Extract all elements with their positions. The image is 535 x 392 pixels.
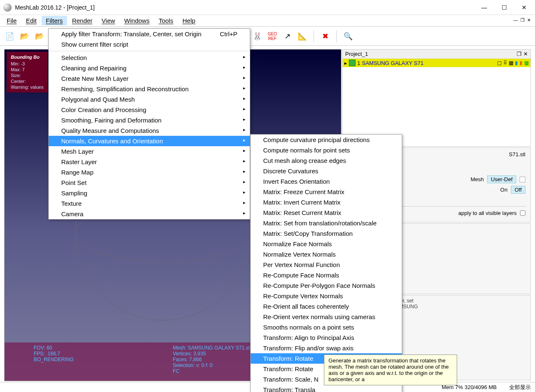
layer-wire-icon[interactable]: ▦ <box>509 60 513 66</box>
normals-submenu-item[interactable]: Re-Compute Per-Polygon Face Normals <box>251 280 402 291</box>
mdi-controls: — ❐ ✕ <box>513 17 531 23</box>
mesh-shading-color-swatch[interactable] <box>520 177 525 182</box>
georef-icon[interactable]: GEOREF <box>267 31 278 42</box>
filters-submenu-item[interactable]: Remeshing, Simplification and Reconstruc… <box>49 84 250 94</box>
normals-submenu-item[interactable]: Compute normals for point sets <box>251 145 402 155</box>
normals-submenu-item[interactable]: Cut mesh along crease edges <box>251 155 402 166</box>
measure-icon[interactable]: 📐 <box>297 31 308 42</box>
close-button[interactable]: ✕ <box>517 4 532 11</box>
titlebar: MeshLab 2016.12 - [Project_1] — ☐ ✕ <box>0 0 535 15</box>
normals-submenu-item[interactable]: Invert Faces Orientation <box>251 176 402 187</box>
window-title: MeshLab 2016.12 - [Project_1] <box>15 4 477 11</box>
filters-submenu-item[interactable]: Create New Mesh Layer <box>49 73 250 84</box>
app-logo-icon <box>3 3 12 12</box>
bbox-line: Max: 7 <box>11 67 43 72</box>
filters-submenu-item[interactable]: Color Creation and Processing <box>49 105 250 115</box>
filters-menu-dropdown: Apply filter Transform: Translate, Cente… <box>48 28 250 220</box>
backface-on-label: On <box>500 187 508 193</box>
panel-undock-icon[interactable]: ❐ <box>517 51 522 57</box>
normals-submenu-item[interactable]: Per Vertex Normal Function <box>251 260 402 270</box>
bbox-line: Warning: values <box>11 84 43 90</box>
menu-render[interactable]: Render <box>68 16 97 25</box>
mdi-minimize-button[interactable]: — <box>513 17 518 23</box>
search-icon[interactable]: 🔍 <box>343 31 353 42</box>
normals-submenu-item[interactable]: Matrix: Set/Copy Transformation <box>251 228 402 239</box>
normals-submenu-item[interactable]: Smooths normals on a point sets <box>251 322 402 332</box>
normals-submenu-item[interactable]: Re-Orient all faces coherentely <box>251 301 402 312</box>
menu-file[interactable]: File <box>2 16 21 25</box>
normals-submenu-item[interactable]: Matrix: Freeze Current Matrix <box>251 187 402 197</box>
filters-submenu-item[interactable]: Cleaning and Repairing <box>49 63 250 73</box>
layer-points-icon[interactable]: ⠿ <box>503 60 507 66</box>
layer-fill-icon[interactable]: ▮ <box>515 60 518 66</box>
open-folder-icon[interactable]: 📂 <box>19 31 30 42</box>
vp-stats-left: FOV: 60 FPS: 166.7 BO_RENDERING <box>34 345 173 374</box>
bbox-title: Bounding Bo <box>11 54 43 60</box>
filters-menu-item[interactable]: Show current filter script <box>49 39 250 50</box>
tooltip: Generate a matrix transformation that ro… <box>324 355 457 385</box>
filters-submenu-item[interactable]: Texture <box>49 198 250 209</box>
layer-texture-icon[interactable]: ▦ <box>524 60 529 66</box>
filters-submenu-item[interactable]: Selection <box>49 52 250 63</box>
filters-menu-item[interactable]: Apply filter Transform: Translate, Cente… <box>49 29 250 39</box>
filters-submenu-item[interactable]: Raster Layer <box>49 157 250 167</box>
filters-submenu-item[interactable]: Camera <box>49 209 250 219</box>
layer-name: SAMSUNG GALAXY S71 <box>362 60 423 66</box>
arrow-cursor-icon[interactable]: ↗ <box>282 31 293 42</box>
normals-submenu-item[interactable]: Discrete Curvatures <box>251 166 402 176</box>
normals-submenu-item[interactable]: Compute curvature principal directions <box>251 135 402 145</box>
bunny-icon[interactable]: 🐰 <box>252 31 263 42</box>
menu-help[interactable]: Help <box>178 16 199 25</box>
minimize-button[interactable]: — <box>477 4 492 11</box>
layer-row[interactable]: ▸ 1 SAMSUNG GALAXY S71 ▢ ⠿ ▦ ▮ ▮ ▦ <box>343 59 530 67</box>
normals-submenu-item[interactable]: Re-Compute Vertex Normals <box>251 291 402 301</box>
menu-windows[interactable]: Windows <box>120 16 154 25</box>
filters-submenu-item[interactable]: Point Set <box>49 177 250 188</box>
menu-view[interactable]: View <box>97 16 119 25</box>
maximize-button[interactable]: ☐ <box>497 4 512 11</box>
layer-box-icon[interactable]: ▢ <box>497 60 502 66</box>
normals-submenu-item[interactable]: Matrix: Reset Current Matrix <box>251 207 402 218</box>
reload-icon[interactable]: 📂 <box>34 31 45 42</box>
normals-submenu-item[interactable]: Transform: Align to Principal Axis <box>251 332 402 343</box>
normals-submenu-item[interactable]: Normalize Face Normals <box>251 239 402 249</box>
mdi-close-button[interactable]: ✕ <box>527 17 531 23</box>
filters-submenu-item[interactable]: Smoothing, Fairing and Deformation <box>49 115 250 125</box>
layer-panel: Project_1 ❐ ✕ ▸ 1 SAMSUNG GALAXY S71 ▢ ⠿… <box>342 49 531 147</box>
normals-submenu-item[interactable]: Normalize Vertex Normals <box>251 249 402 260</box>
filters-submenu-item[interactable]: Sampling <box>49 188 250 198</box>
new-file-icon[interactable]: 📄 <box>4 31 15 42</box>
status-extra: 全部显示 <box>509 384 531 391</box>
mesh-shading-value[interactable]: User-Def <box>487 175 516 183</box>
visibility-icon[interactable] <box>349 60 356 66</box>
filters-submenu-item[interactable]: Polygonal and Quad Mesh <box>49 94 250 105</box>
filters-submenu-item[interactable]: Quality Measure and Computations <box>49 125 250 136</box>
menu-filters[interactable]: Filters <box>42 16 67 25</box>
bbox-line: Center: <box>11 78 43 84</box>
normals-submenu-item[interactable]: Transform: Transla <box>251 385 402 392</box>
bounding-box-overlay: Bounding Bo Min: -3Max: 7Size:Center:War… <box>7 52 47 92</box>
delete-filter-icon[interactable]: ✖ <box>320 31 331 42</box>
normals-submenu-item[interactable]: Matrix: Invert Current Matrix <box>251 197 402 207</box>
normals-submenu-item[interactable]: Matrix: Set from translation/rotation/sc… <box>251 218 402 228</box>
mdi-restore-button[interactable]: ❐ <box>520 17 525 23</box>
menu-edit[interactable]: Edit <box>22 16 41 25</box>
apply-all-label: apply to all visible layers <box>458 210 517 216</box>
bbox-line: Min: -3 <box>11 61 43 67</box>
panel-close-icon[interactable]: ✕ <box>523 51 528 57</box>
layer-solid-icon[interactable]: ▮ <box>520 60 523 66</box>
layer-index: 1 <box>357 60 360 66</box>
filters-submenu-item[interactable]: Normals, Curvatures and Orientation <box>49 136 250 146</box>
menu-shortcut: Ctrl+P <box>220 30 237 37</box>
normals-submenu-dropdown: Compute curvature principal directionsCo… <box>250 134 402 392</box>
normals-submenu-item[interactable]: Re-Orient vertex normals using cameras <box>251 312 402 322</box>
filters-submenu-item[interactable]: Range Map <box>49 167 250 177</box>
backface-off-button[interactable]: Off <box>511 186 525 194</box>
layer-expand-icon[interactable]: ▸ <box>344 60 347 66</box>
filters-submenu-item[interactable]: Mesh Layer <box>49 146 250 157</box>
apply-all-checkbox[interactable] <box>520 210 525 216</box>
normals-submenu-item[interactable]: Transform: Flip and/or swap axis <box>251 343 402 353</box>
menu-tools[interactable]: Tools <box>154 16 177 25</box>
normals-submenu-item[interactable]: Re-Compute Face Normals <box>251 270 402 280</box>
project-label: Project_1 <box>345 51 368 57</box>
